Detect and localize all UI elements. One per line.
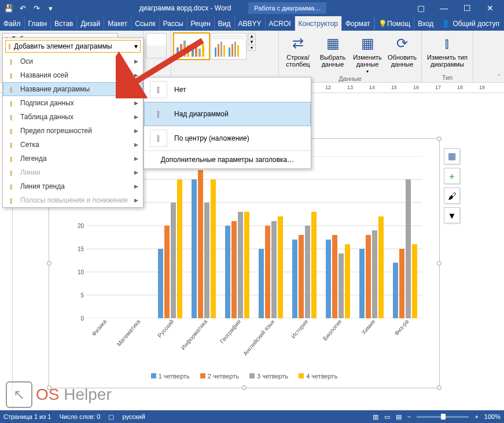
svg-rect-28 [177,179,182,318]
redo-icon[interactable]: ↷ [30,2,43,14]
statusbar: Страница 1 из 1 Число слов: 0 ▢ русский … [0,410,504,423]
sign-in[interactable]: Вход [414,16,437,31]
share-button[interactable]: 👤 Общий доступ [437,16,504,31]
switch-row-col-button[interactable]: ⇄Строка/столбец [281,33,315,69]
svg-rect-26 [164,226,170,318]
svg-rect-54 [399,249,404,318]
svg-rect-39 [271,221,277,318]
style-scroll-down[interactable]: ▼ [248,39,255,45]
svg-rect-13 [229,47,230,57]
tab-view[interactable]: Вид [215,16,235,31]
minimize-icon[interactable]: — [432,0,455,16]
svg-rect-12 [223,45,225,57]
edit-data-button[interactable]: ▦Изменить данные▾ [351,33,384,75]
cursor-icon: ↖ [6,381,32,408]
tab-acrobat[interactable]: ACROI [266,16,295,31]
svg-rect-2 [183,41,186,57]
tab-references[interactable]: Ссылк [131,16,160,31]
svg-rect-31 [204,203,209,318]
menu-item[interactable]: ⫿Название диаграммы▶ [3,82,143,96]
svg-rect-50 [366,235,371,318]
tab-review[interactable]: Рецен [187,16,215,31]
language-indicator[interactable]: русский [122,413,145,420]
zoom-in-icon[interactable]: + [474,413,478,420]
submenu-item[interactable]: ⫿Нет [144,78,311,102]
select-data-button[interactable]: ▦Выбрать данные [316,33,350,69]
menu-item[interactable]: ⫿Подписи данных▶ [3,96,143,110]
svg-rect-47 [339,253,344,318]
menu-item[interactable]: ⫿Предел погрешностей▶ [3,124,143,138]
style-gallery-more[interactable]: ▾ [248,45,255,50]
change-chart-type-button[interactable]: ⫿Изменить тип диаграммы [424,33,470,69]
chart-add-icon[interactable]: + [444,168,460,184]
add-element-menu: ⫿Добавить элемент диаграммы▾ ⫿Оси▶⫿Назва… [2,38,144,208]
titlebar: 💾 ↶ ↷ ▾ диаграмма ворд.docx - Word Работ… [0,0,504,16]
add-chart-element-button-open[interactable]: ⫿Добавить элемент диаграммы▾ [5,40,141,53]
menu-item: ⫿Линии▶ [3,165,143,179]
svg-rect-11 [220,42,222,57]
proofing-icon[interactable]: ▢ [108,413,114,421]
menu-item: ⫿Полосы повышения и понижения▶ [3,193,143,207]
document-title: диаграмма ворд.docx - Word [139,4,231,12]
tab-mailings[interactable]: Рассы [160,16,187,31]
tell-me[interactable]: 💡 Помощ [374,16,414,31]
menu-item[interactable]: ⫿Сетка▶ [3,138,143,152]
tab-format[interactable]: Формат [342,16,374,31]
svg-rect-5 [195,42,197,57]
style-scroll-up[interactable]: ▲ [248,34,255,39]
svg-rect-9 [215,47,216,57]
menu-item[interactable]: ⫿Линия тренда▶ [3,179,143,193]
svg-rect-29 [192,179,197,318]
chart-elements-button[interactable]: ▦ [444,148,460,164]
tab-file[interactable]: Файл [0,16,25,31]
chart-filter-button[interactable]: ▼ [444,207,460,223]
menu-item[interactable]: ⫿Названия осей▶ [3,68,143,82]
collapse-ribbon-icon[interactable]: ˄ [494,31,504,82]
group-label-type: Тип [424,74,470,81]
tab-design[interactable]: Дизай [77,16,104,31]
close-icon[interactable]: ✕ [479,0,502,16]
chart-legend[interactable]: 1 четверть2 четверть3 четверть4 четверть [49,373,439,380]
svg-rect-43 [305,226,310,318]
change-colors-button[interactable] [146,33,167,58]
chart-style-2[interactable] [211,33,247,60]
view-web-icon[interactable]: ▤ [396,413,402,421]
submenu-item[interactable]: ⫿Над диаграммой [144,102,311,126]
zoom-level[interactable]: 100% [484,413,501,420]
tab-abbyy[interactable]: ABBYY [235,16,266,31]
submenu-item[interactable]: ⫿По центру (наложение) [144,126,311,150]
chart-styles-button[interactable]: 🖌 [444,187,460,204]
save-icon[interactable]: 💾 [2,2,15,14]
menu-item[interactable]: ⫿Легенда▶ [3,152,143,165]
word-count[interactable]: Число слов: 0 [59,413,100,420]
menu-item[interactable]: ⫿Таблица данных▶ [3,110,143,124]
zoom-slider[interactable] [417,416,469,418]
refresh-data-button[interactable]: ⟳Обновить данные [385,33,419,69]
zoom-out-icon[interactable]: − [407,413,411,420]
svg-rect-27 [171,203,176,318]
menu-item[interactable]: ⫿Оси▶ [3,54,143,68]
svg-rect-40 [278,216,283,318]
page-indicator[interactable]: Страница 1 из 1 [3,413,51,420]
tab-design-chart[interactable]: Конструктор [295,16,342,31]
svg-rect-42 [299,235,304,318]
svg-rect-34 [231,221,237,318]
more-title-options[interactable]: Дополнительные параметры заголовка… [144,150,311,168]
svg-rect-30 [198,170,203,318]
ribbon-options-icon[interactable]: ▢ [409,0,432,16]
view-print-icon[interactable]: ▭ [384,413,390,421]
svg-rect-25 [158,249,163,318]
view-read-icon[interactable]: ▥ [373,413,378,421]
undo-icon[interactable]: ↶ [16,2,29,14]
qat-more-icon[interactable]: ▾ [44,2,57,14]
tab-home[interactable]: Главн [25,16,51,31]
svg-rect-6 [198,49,201,57]
tab-layout[interactable]: Макет [104,16,131,31]
maximize-icon[interactable]: ☐ [455,0,479,16]
tab-insert[interactable]: Встав [51,16,77,31]
svg-rect-45 [326,240,331,318]
svg-rect-51 [372,230,377,318]
svg-rect-52 [378,216,384,318]
chart-style-1[interactable] [174,33,209,60]
svg-rect-32 [211,179,216,318]
